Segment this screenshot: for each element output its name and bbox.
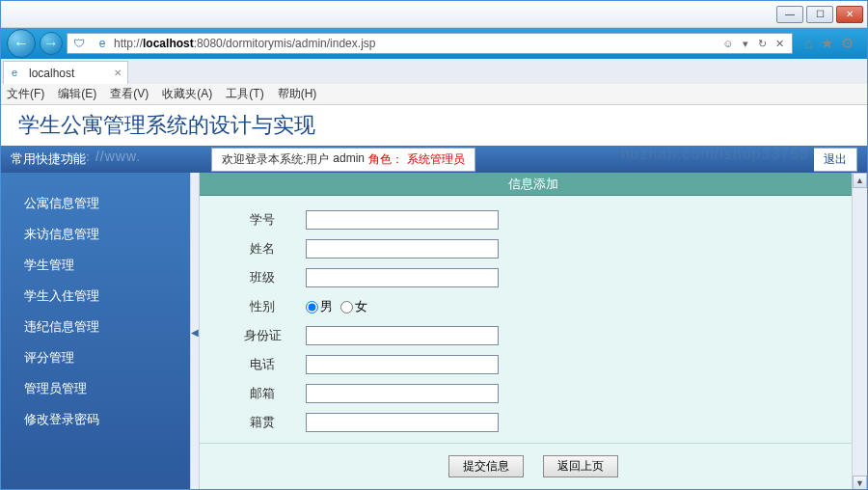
menu-edit[interactable]: 编辑(E) — [58, 86, 96, 102]
sidebar-item-admin[interactable]: 管理员管理 — [24, 373, 190, 404]
tab-strip: e localhost ✕ — [1, 59, 867, 84]
browser-tab[interactable]: e localhost ✕ — [3, 61, 128, 84]
home-icon[interactable]: ⌂ — [804, 35, 813, 52]
forward-button[interactable]: → — [40, 32, 63, 55]
dropdown-icon[interactable]: ▾ — [738, 36, 753, 51]
url-text: http://localhost:8080/dormitorymis/admin… — [114, 37, 717, 50]
vertical-scrollbar[interactable]: ▲ ▼ — [852, 173, 867, 490]
input-class[interactable] — [306, 268, 499, 287]
menu-file[interactable]: 文件(F) — [7, 86, 44, 102]
ie-icon: e — [94, 35, 111, 52]
radio-female-label[interactable]: 女 — [340, 298, 367, 315]
input-phone[interactable] — [306, 355, 499, 374]
role-label: 角色： — [368, 151, 403, 168]
logout-link[interactable]: 退出 — [814, 148, 857, 172]
window-minimize-button[interactable]: — — [776, 6, 803, 23]
radio-female[interactable] — [340, 301, 353, 313]
sidebar-item-checkin[interactable]: 学生入住管理 — [24, 281, 190, 312]
label-phone: 电话 — [219, 356, 306, 373]
content-panel: 信息添加 学号 姓名 班级 性别 男 女 身份证 电话 邮箱 籍贯 提交信息 返… — [200, 173, 867, 490]
sidebar-item-password[interactable]: 修改登录密码 — [24, 404, 190, 435]
input-name[interactable] — [306, 239, 499, 259]
input-idcard[interactable] — [306, 326, 499, 345]
browser-navbar: ← → 🛡 e http://localhost:8080/dormitorym… — [1, 28, 867, 59]
stop-icon[interactable]: ✕ — [773, 36, 788, 51]
welcome-user: admin — [333, 151, 365, 168]
browser-menubar: 文件(F) 编辑(E) 查看(V) 收藏夹(A) 工具(T) 帮助(H) — [1, 84, 867, 105]
welcome-prefix: 欢迎登录本系统:用户 — [222, 151, 329, 168]
submit-button[interactable]: 提交信息 — [448, 455, 524, 477]
settings-icon[interactable]: ⚙ — [841, 35, 854, 52]
role-value: 系统管理员 — [407, 151, 465, 168]
sidebar-item-violation[interactable]: 违纪信息管理 — [24, 312, 190, 342]
window-close-button[interactable]: ✕ — [836, 6, 863, 23]
label-idcard: 身份证 — [219, 327, 306, 344]
menu-help[interactable]: 帮助(H) — [278, 86, 317, 102]
sidebar-header-label: 常用快捷功能 — [11, 150, 86, 168]
address-bar[interactable]: 🛡 e http://localhost:8080/dormitorymis/a… — [67, 33, 793, 54]
label-gender: 性别 — [219, 298, 306, 315]
sidebar-item-visitor[interactable]: 来访信息管理 — [24, 219, 190, 250]
splitter-handle[interactable]: ◀ — [190, 173, 200, 490]
ie-tab-icon: e — [12, 67, 25, 80]
input-native[interactable] — [306, 413, 499, 432]
main-area: 公寓信息管理 来访信息管理 学生管理 学生入住管理 违纪信息管理 评分管理 管理… — [1, 173, 867, 490]
scroll-down-icon[interactable]: ▼ — [853, 476, 867, 490]
menu-favorites[interactable]: 收藏夹(A) — [162, 86, 212, 102]
sidebar-item-student[interactable]: 学生管理 — [24, 250, 190, 281]
form-body: 学号 姓名 班级 性别 男 女 身份证 电话 邮箱 籍贯 — [200, 196, 867, 437]
sidebar: 公寓信息管理 来访信息管理 学生管理 学生入住管理 违纪信息管理 评分管理 管理… — [1, 173, 190, 490]
app-header: 学生公寓管理系统的设计与实现 — [1, 105, 867, 146]
refresh-icon[interactable]: ↻ — [755, 36, 771, 51]
input-email[interactable] — [306, 384, 499, 403]
welcome-panel: 欢迎登录本系统:用户 admin 角色： 系统管理员 — [211, 148, 475, 172]
back-button[interactable]: ← — [7, 29, 36, 58]
tab-close-icon[interactable]: ✕ — [114, 68, 122, 78]
menu-view[interactable]: 查看(V) — [110, 86, 149, 102]
form-title: 信息添加 — [200, 173, 867, 196]
label-email: 邮箱 — [219, 385, 306, 402]
app-topbar: 常用快捷功能 s ：//www. 欢迎登录本系统:用户 admin 角色： 系统… — [1, 146, 867, 173]
compat-view-icon[interactable]: ☺ — [720, 36, 736, 51]
favorites-icon[interactable]: ★ — [821, 35, 833, 52]
label-name: 姓名 — [219, 240, 306, 258]
back-button-form[interactable]: 返回上页 — [543, 455, 618, 477]
label-class: 班级 — [219, 269, 306, 286]
radio-male-label[interactable]: 男 — [306, 298, 333, 315]
window-titlebar: — ☐ ✕ — [1, 1, 867, 28]
radio-male[interactable] — [306, 301, 318, 313]
label-sno: 学号 — [219, 211, 306, 229]
input-sno[interactable] — [306, 210, 499, 230]
form-actions: 提交信息 返回上页 — [200, 443, 867, 489]
app-title: 学生公寓管理系统的设计与实现 — [18, 111, 315, 140]
sidebar-item-score[interactable]: 评分管理 — [24, 342, 190, 373]
scroll-up-icon[interactable]: ▲ — [853, 173, 867, 188]
window-maximize-button[interactable]: ☐ — [806, 6, 833, 23]
tab-title: localhost — [29, 67, 74, 80]
browser-tools: ⌂ ★ ⚙ — [797, 35, 861, 52]
site-identity-icon[interactable]: 🛡 — [70, 35, 88, 52]
label-native: 籍贯 — [219, 414, 306, 431]
sidebar-item-apartment[interactable]: 公寓信息管理 — [24, 188, 190, 219]
menu-tools[interactable]: 工具(T) — [226, 86, 263, 102]
